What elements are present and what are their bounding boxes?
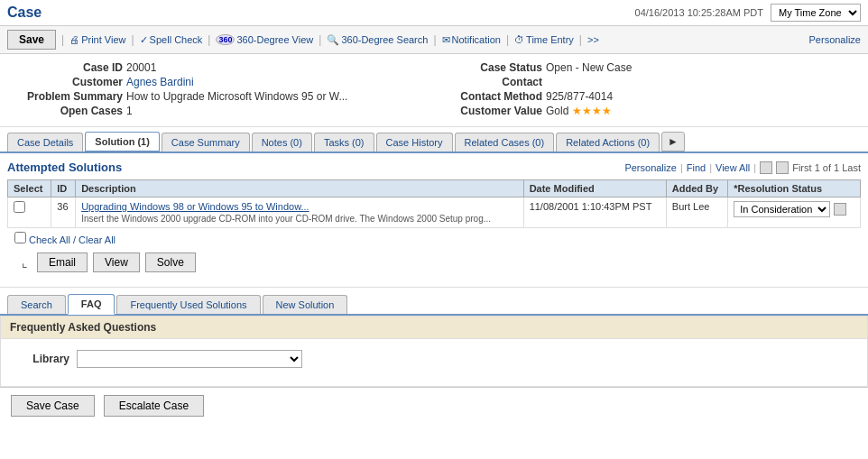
- 360-view-link[interactable]: 360 360-Degree View: [216, 34, 313, 45]
- main-tabs: Case Details Solution (1) Case Summary N…: [0, 131, 868, 153]
- tab-case-details[interactable]: Case Details: [7, 133, 83, 151]
- library-select[interactable]: [77, 350, 302, 368]
- view-all-solutions-link[interactable]: View All: [716, 162, 750, 173]
- timezone-select[interactable]: My Time Zone: [771, 4, 861, 22]
- print-view-link[interactable]: 🖨 Print View: [69, 34, 125, 45]
- customer-value-value: Gold ★★★★: [546, 105, 612, 117]
- indent-icon: ⌞: [22, 255, 28, 270]
- case-status-value: Open - New Case: [546, 61, 632, 74]
- problem-summary-value: How to Upgrade Microsoft Windows 95 or W…: [126, 90, 347, 103]
- section-actions: Personalize | Find | View All | First 1 …: [624, 161, 861, 174]
- check-all-area: Check All / Clear All: [7, 228, 861, 249]
- row-desc-cell: Upgrading Windows 98 or Windows 95 to Wi…: [76, 197, 523, 228]
- tab-more-arrow[interactable]: ►: [661, 132, 685, 151]
- bottom-tabs: Search FAQ Frequently Used Solutions New…: [0, 293, 868, 316]
- action-buttons: ⌞ Email View Solve: [7, 249, 861, 280]
- table-row: 36 Upgrading Windows 98 or Windows 95 to…: [8, 197, 861, 228]
- col-added-by: Added By: [666, 180, 727, 197]
- customer-value-label: Customer Value: [434, 105, 542, 117]
- case-id-row: Case ID 20001: [14, 61, 434, 74]
- check-all-link[interactable]: Check All / Clear All: [29, 234, 115, 245]
- customer-stars: ★★★★: [572, 105, 612, 117]
- tab-frequently-used[interactable]: Frequently Used Solutions: [116, 295, 260, 314]
- page-header: Case 04/16/2013 10:25:28AM PDT My Time Z…: [0, 0, 868, 26]
- row-checkbox[interactable]: [14, 201, 25, 213]
- faq-title-bar: Frequently Asked Questions: [1, 317, 867, 339]
- tab-related-actions[interactable]: Related Actions (0): [556, 133, 660, 151]
- case-status-row: Case Status Open - New Case: [434, 61, 854, 74]
- row-desc-main[interactable]: Upgrading Windows 98 or Windows 95 to Wi…: [81, 201, 517, 212]
- solve-button[interactable]: Solve: [145, 252, 196, 272]
- grid-icon[interactable]: [760, 161, 772, 174]
- contact-label: Contact: [434, 76, 542, 88]
- view-button[interactable]: View: [93, 252, 140, 272]
- row-added-by-cell: Burt Lee: [666, 197, 727, 228]
- col-date-modified: Date Modified: [523, 180, 666, 197]
- resolution-info-icon[interactable]: [834, 203, 846, 216]
- faq-library-row: Library: [15, 350, 853, 368]
- customer-value-row: Customer Value Gold ★★★★: [434, 105, 854, 117]
- case-id-value: 20001: [126, 61, 156, 74]
- tab-case-summary[interactable]: Case Summary: [162, 133, 250, 151]
- problem-summary-row: Problem Summary How to Upgrade Microsoft…: [14, 90, 434, 103]
- case-info: Case ID 20001 Customer Agnes Bardini Pro…: [0, 54, 868, 127]
- toolbar: Save | 🖨 Print View | ✓ Spell Check | 36…: [0, 26, 868, 54]
- tab-case-history[interactable]: Case History: [376, 133, 453, 151]
- contact-method-value: 925/877-4014: [546, 90, 613, 103]
- col-description: Description: [76, 180, 523, 197]
- notification-icon: ✉: [442, 34, 450, 46]
- case-id-label: Case ID: [14, 61, 123, 74]
- tab-solution[interactable]: Solution (1): [85, 132, 160, 152]
- time-icon: ⏱: [514, 34, 524, 45]
- 360-icon: 360: [216, 34, 235, 45]
- notification-link[interactable]: ✉ Notification: [442, 34, 501, 46]
- contact-method-row: Contact Method 925/877-4014: [434, 90, 854, 103]
- open-cases-value: 1: [126, 105, 133, 117]
- more-link[interactable]: >>: [587, 34, 599, 45]
- attempted-solutions-title: Attempted Solutions: [7, 161, 122, 174]
- contact-row: Contact: [434, 76, 854, 88]
- attempted-solutions-header: Attempted Solutions Personalize | Find |…: [7, 161, 861, 174]
- tab-faq[interactable]: FAQ: [68, 294, 115, 315]
- print-icon: 🖨: [69, 34, 79, 45]
- page-footer: Save Case Escalate Case: [0, 387, 868, 424]
- personalize-solutions-link[interactable]: Personalize: [624, 162, 676, 173]
- tab-related-cases[interactable]: Related Cases (0): [455, 133, 555, 151]
- save-case-button[interactable]: Save Case: [11, 395, 95, 417]
- case-status-label: Case Status: [434, 61, 542, 74]
- customer-link[interactable]: Agnes Bardini: [126, 76, 194, 88]
- faq-section: Frequently Asked Questions Library: [0, 316, 868, 387]
- spell-check-link[interactable]: ✓ Spell Check: [140, 34, 203, 46]
- tab-tasks[interactable]: Tasks (0): [314, 133, 374, 151]
- escalate-case-button[interactable]: Escalate Case: [104, 395, 204, 417]
- time-entry-link[interactable]: ⏱ Time Entry: [514, 34, 574, 45]
- tab-notes[interactable]: Notes (0): [252, 133, 312, 151]
- page-title: Case: [7, 5, 42, 21]
- chart-icon[interactable]: [776, 161, 789, 174]
- open-cases-label: Open Cases: [14, 105, 123, 117]
- library-label: Library: [15, 353, 69, 365]
- personalize-toolbar-link[interactable]: Personalize: [809, 34, 861, 45]
- col-select: Select: [8, 180, 51, 197]
- row-resolution-cell: In Consideration Solved Not Solved: [728, 197, 861, 228]
- 360-search-link[interactable]: 🔍 360-Degree Search: [327, 34, 428, 46]
- save-button[interactable]: Save: [7, 30, 56, 50]
- col-id: ID: [51, 180, 76, 197]
- attempted-solutions-section: Attempted Solutions Personalize | Find |…: [0, 153, 868, 288]
- check-all-checkbox[interactable]: [14, 232, 26, 243]
- tab-new-solution[interactable]: New Solution: [263, 295, 348, 314]
- datetime: 04/16/2013 10:25:28AM PDT: [635, 7, 763, 18]
- faq-body: Library: [1, 339, 867, 386]
- tab-search[interactable]: Search: [7, 295, 66, 314]
- customer-row: Customer Agnes Bardini: [14, 76, 434, 88]
- resolution-status-select[interactable]: In Consideration Solved Not Solved: [734, 201, 830, 217]
- problem-summary-label: Problem Summary: [14, 90, 123, 103]
- case-info-right: Case Status Open - New Case Contact Cont…: [434, 61, 854, 119]
- email-button[interactable]: Email: [37, 252, 88, 272]
- find-solutions-link[interactable]: Find: [687, 162, 706, 173]
- 360search-icon: 🔍: [327, 34, 339, 46]
- row-date-cell: 11/08/2001 1:10:43PM PST: [523, 197, 666, 228]
- solutions-table: Select ID Description Date Modified Adde…: [7, 179, 861, 228]
- faq-title: Frequently Asked Questions: [10, 321, 156, 334]
- customer-value: Agnes Bardini: [126, 76, 194, 88]
